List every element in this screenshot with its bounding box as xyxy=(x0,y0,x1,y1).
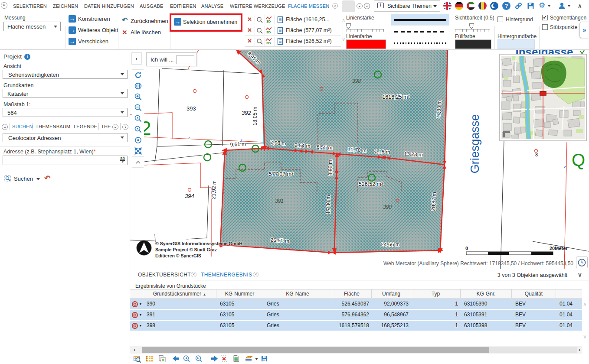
overview-map[interactable] xyxy=(500,54,586,141)
col-kg-nummer[interactable]: KG-Nummer xyxy=(216,289,263,298)
close-tab-icon[interactable]: ✕ xyxy=(191,272,196,277)
profile-3d-icon[interactable]: 3D xyxy=(265,38,273,45)
profile-3d-icon[interactable]: 3D xyxy=(265,27,273,34)
delete-all-icon[interactable]: ✕ xyxy=(122,29,128,36)
copy-table-icon[interactable] xyxy=(159,356,165,362)
linienstaerke-slider-thumb[interactable] xyxy=(346,23,351,26)
tab-flaeche-messen[interactable]: FLÄCHE MESSEN xyxy=(288,3,330,9)
table-row[interactable]: ▼ 390 63105 Gries 526,453037 92,009373 1… xyxy=(130,299,582,309)
save-icon[interactable] xyxy=(527,2,535,10)
delete-icon[interactable]: ✕ xyxy=(247,38,252,44)
grundkarten-dropdown[interactable]: Kataster xyxy=(3,89,128,98)
tabs-prev-icon[interactable]: ◂ xyxy=(2,124,8,130)
weiteres-objekt-icon[interactable]: → xyxy=(69,26,76,34)
col-flaeche[interactable]: Fläche xyxy=(332,289,372,298)
export-excel-icon[interactable] xyxy=(234,356,239,362)
flag-uk-icon[interactable] xyxy=(443,2,452,10)
sichtbarkeit-slider-thumb[interactable] xyxy=(469,23,474,26)
help-icon[interactable]: ? xyxy=(502,2,510,10)
zoom-prev-record-icon[interactable] xyxy=(184,356,190,362)
sidebar-collapse-button[interactable]: ‹ xyxy=(131,52,142,65)
delete-icon[interactable]: ✕ xyxy=(247,27,252,33)
full-extent-button[interactable] xyxy=(132,146,144,156)
konstruieren-button[interactable]: Konstruieren xyxy=(78,16,110,22)
settings-gear-icon[interactable]: ⚙ xyxy=(539,1,545,10)
col-kg-gnr[interactable]: KG-Gnr. xyxy=(461,289,512,298)
konstruieren-icon[interactable]: → xyxy=(69,15,76,23)
adresse-input[interactable]: ab ▼ xyxy=(3,156,128,165)
table-row[interactable]: ▼ 391 63105 Gries 576,964362 96,548967 1… xyxy=(130,310,582,320)
menu-selektieren[interactable]: SELEKTIEREN xyxy=(13,3,47,9)
menu-weitere-werkzeuge[interactable]: WEITERE WERKZEUGE xyxy=(230,3,285,9)
selektion-uebernehmen-button[interactable]: Selektion übernehmen xyxy=(183,19,237,25)
hscroll-thumb[interactable] xyxy=(142,347,489,353)
zoom-next-record-icon[interactable] xyxy=(196,356,202,362)
flatten-layers-icon[interactable] xyxy=(245,356,258,361)
ich-will-input[interactable] xyxy=(177,55,194,64)
linienstaerke-slider[interactable] xyxy=(347,29,384,32)
table-row[interactable]: ▼ 398 63105 Gries 1618,579518 168,525213… xyxy=(130,321,582,331)
suchen-chevron-icon[interactable] xyxy=(36,178,40,180)
measure-row[interactable]: ✕ 3D Fläche (577,07 m²) xyxy=(245,25,341,36)
massstab-dropdown[interactable]: 564 xyxy=(3,108,128,117)
col-typ[interactable]: Typ xyxy=(411,289,461,298)
tabs-next-icon[interactable]: ▸ xyxy=(112,124,118,130)
hscrollbar[interactable]: ‹ › xyxy=(130,346,582,354)
col-grundstuecksnummer[interactable]: Grundstücksnummer ▲ xyxy=(143,289,216,298)
line-style-dotted[interactable] xyxy=(391,37,449,49)
table-scroll-down-icon[interactable]: ∨ xyxy=(583,334,587,340)
highlight-target-icon[interactable] xyxy=(131,301,138,308)
tab-objektuebersicht[interactable]: OBJEKTÜBERSICHT xyxy=(138,272,191,278)
suchen-button[interactable]: Suchen xyxy=(14,176,33,182)
zoom-next-button[interactable] xyxy=(132,124,144,135)
collapsed-panel-tab[interactable] xyxy=(342,0,355,12)
table-scroll-up-icon[interactable]: ∧ xyxy=(583,301,587,307)
prev-record-icon[interactable] xyxy=(173,356,179,361)
reset-icon[interactable]: ↶ xyxy=(44,174,50,183)
delete-icon[interactable]: ✕ xyxy=(247,16,252,23)
stuetzpunkte-checkbox[interactable] xyxy=(542,24,548,30)
ansicht-dropdown[interactable]: Sehenswürdigkeiten xyxy=(3,70,128,79)
center-button[interactable] xyxy=(132,135,144,146)
menu-daten-hinzufuegen[interactable]: DATEN HINZUFÜGEN xyxy=(84,3,134,9)
scroll-right-icon[interactable]: › xyxy=(579,347,580,353)
undo-icon[interactable]: ↶ xyxy=(122,16,128,24)
close-tab-icon[interactable]: ✕ xyxy=(253,272,259,277)
report-icon[interactable] xyxy=(277,16,284,23)
line-style-solid[interactable] xyxy=(391,14,449,26)
sichtbarkeit-slider[interactable] xyxy=(455,29,490,32)
tab-themenbaum[interactable]: THEMENBAUM xyxy=(36,124,70,129)
clear-selection-icon[interactable] xyxy=(221,356,227,361)
flag-de-icon[interactable] xyxy=(455,2,463,10)
ich-will-widget[interactable]: Ich will ... xyxy=(146,52,197,66)
info-icon[interactable]: i xyxy=(24,54,30,60)
app-icon[interactable] xyxy=(1,2,7,9)
menu-analyse[interactable]: ANALYSE xyxy=(201,3,223,9)
zoom-icon[interactable] xyxy=(256,38,263,45)
flag-crescent-icon[interactable] xyxy=(490,2,498,10)
verschicken-button[interactable]: Verschicken xyxy=(78,38,108,45)
history-clock-button[interactable] xyxy=(576,257,588,268)
autocomplete-icon[interactable]: ab xyxy=(120,156,125,161)
verschicken-icon[interactable]: → xyxy=(69,38,76,45)
line-style-dashed[interactable] xyxy=(391,26,449,37)
refresh-button[interactable] xyxy=(132,70,144,81)
menu-editieren[interactable]: EDITIEREN xyxy=(170,3,196,9)
col-umfang[interactable]: Umfang xyxy=(372,289,411,298)
zoom-icon[interactable] xyxy=(256,27,263,34)
col-kg-name[interactable]: KG-Name xyxy=(263,289,332,298)
profile-3d-icon[interactable]: 3D xyxy=(265,16,273,23)
report-icon[interactable] xyxy=(277,27,284,34)
visible-themes-dropdown[interactable]: i Sichtbare Themen xyxy=(374,0,440,12)
row-menu-icon[interactable]: ▼ xyxy=(138,313,142,316)
panel-down-icon[interactable]: ▾ xyxy=(364,3,370,9)
measure-row[interactable]: ✕ 3D Fläche (526,52 m²) xyxy=(245,36,341,47)
user-chevron-icon[interactable] xyxy=(567,5,571,7)
flag-ro-icon[interactable] xyxy=(478,2,487,10)
tab-suchen[interactable]: SUCHEN xyxy=(12,124,33,129)
toolbar-collapse-button[interactable] xyxy=(132,156,144,167)
highlight-target-icon[interactable] xyxy=(131,322,138,329)
tab-legende[interactable]: LEGENDE xyxy=(74,124,97,129)
save-results-icon[interactable] xyxy=(262,356,267,361)
table-view-icon[interactable] xyxy=(147,356,153,361)
